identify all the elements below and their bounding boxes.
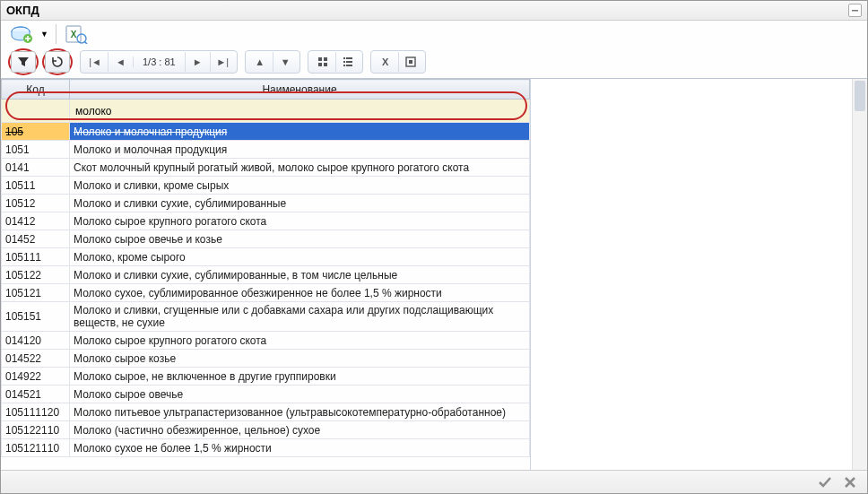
svg-line-7 bbox=[84, 41, 87, 44]
table-row[interactable]: 105121Молоко сухое, сублимированное обез… bbox=[2, 284, 530, 302]
cell-code: 014522 bbox=[2, 350, 70, 368]
svg-text:X: X bbox=[71, 30, 77, 39]
clear-button[interactable]: X bbox=[373, 52, 398, 72]
select-button[interactable] bbox=[398, 52, 423, 72]
refresh-button[interactable] bbox=[45, 51, 70, 73]
svg-rect-11 bbox=[324, 63, 327, 66]
cell-code: 1051 bbox=[2, 141, 70, 159]
detail-pane bbox=[530, 79, 867, 472]
pager: |◄ ◄ 1/3 : 81 ► ►| bbox=[80, 50, 238, 74]
table-row[interactable]: 01452Молоко сырое овечье и козье bbox=[2, 230, 530, 248]
app-window: ОКПД ▼ X bbox=[0, 0, 868, 494]
cell-code: 105 bbox=[2, 123, 70, 141]
cell-code: 01412 bbox=[2, 212, 70, 230]
col-code[interactable]: Код bbox=[2, 80, 70, 100]
cell-code: 014521 bbox=[2, 386, 70, 403]
cell-code: 01452 bbox=[2, 230, 70, 248]
excel-export-icon[interactable]: X bbox=[64, 23, 89, 45]
new-record-dropdown[interactable]: ▼ bbox=[40, 30, 48, 39]
cell-code: 0141 bbox=[2, 159, 70, 177]
svg-rect-10 bbox=[318, 63, 322, 66]
table-row[interactable]: 105121110Молоко сухое не более 1,5 % жир… bbox=[2, 439, 530, 457]
cell-name: Молоко сырое крупного рогатого скота bbox=[70, 332, 530, 350]
cell-code: 10511 bbox=[2, 177, 70, 195]
table-row[interactable]: 014522Молоко сырое козье bbox=[2, 350, 530, 368]
cell-code: 105151 bbox=[2, 302, 70, 332]
footer bbox=[1, 470, 867, 493]
cell-code: 014120 bbox=[2, 332, 70, 350]
cancel-button[interactable] bbox=[842, 474, 858, 490]
view-group bbox=[308, 50, 363, 74]
grid-view-button[interactable] bbox=[310, 52, 335, 72]
filter-button-circle bbox=[8, 48, 39, 75]
cell-name: Молоко сухое, сублимированное обезжиренн… bbox=[70, 284, 530, 302]
table-row[interactable]: 014120Молоко сырое крупного рогатого ско… bbox=[2, 332, 530, 350]
table-row[interactable]: 1051Молоко и молочная продукция bbox=[2, 141, 530, 159]
cell-name: Молоко питьевое ультрапастеризованное (у… bbox=[70, 403, 530, 421]
filter-button[interactable] bbox=[11, 51, 36, 73]
page-indicator: 1/3 : 81 bbox=[133, 56, 185, 67]
cell-name: Молоко и молочная продукция bbox=[70, 123, 530, 141]
vertical-scrollbar[interactable] bbox=[852, 79, 867, 472]
cell-name: Молоко сырое, не включенное в другие гру… bbox=[70, 368, 530, 386]
first-page-button[interactable]: |◄ bbox=[82, 52, 108, 72]
table-row[interactable]: 01412Молоко сырое крупного рогатого скот… bbox=[2, 212, 530, 230]
cell-name: Молоко и сливки, кроме сырых bbox=[70, 177, 530, 195]
header-row: Код Наименование bbox=[2, 80, 530, 100]
table-row[interactable]: 105122Молоко и сливки сухие, сублимирова… bbox=[2, 266, 530, 284]
cell-code: 105121110 bbox=[2, 439, 70, 457]
svg-rect-13 bbox=[346, 57, 352, 59]
table-row[interactable]: 105122110Молоко (частично обезжиренное, … bbox=[2, 421, 530, 439]
table-row[interactable]: 105151Молоко и сливки, сгущенные или с д… bbox=[2, 302, 530, 332]
svg-rect-0 bbox=[852, 10, 858, 12]
cell-name: Молоко (частично обезжиренное, цельное) … bbox=[70, 421, 530, 439]
filter-name-input[interactable] bbox=[70, 100, 529, 122]
prev-page-button[interactable]: ◄ bbox=[108, 52, 133, 72]
cell-name: Скот молочный крупный рогатый живой, мол… bbox=[70, 159, 530, 177]
window-title: ОКПД bbox=[6, 4, 39, 17]
table-row[interactable]: 10512Молоко и сливки сухие, сублимирован… bbox=[2, 195, 530, 212]
svg-rect-12 bbox=[343, 57, 345, 59]
content-area: Код Наименование 105Молоко и молочная пр… bbox=[1, 78, 867, 472]
list-view-button[interactable] bbox=[335, 52, 360, 72]
sort-desc-button[interactable]: ▼ bbox=[273, 52, 298, 72]
cell-code: 105122 bbox=[2, 266, 70, 284]
svg-rect-19 bbox=[409, 60, 412, 64]
table-row[interactable]: 105111120Молоко питьевое ультрапастеризо… bbox=[2, 403, 530, 421]
last-page-button[interactable]: ►| bbox=[210, 52, 235, 72]
svg-rect-16 bbox=[343, 65, 345, 66]
cell-name: Молоко и сливки сухие, сублимированные bbox=[70, 195, 530, 212]
cell-name: Молоко сырое овечье bbox=[70, 386, 530, 403]
cell-name: Молоко сырое овечье и козье bbox=[70, 230, 530, 248]
filter-code-input[interactable] bbox=[2, 100, 69, 122]
next-page-button[interactable]: ► bbox=[185, 52, 210, 72]
col-name[interactable]: Наименование bbox=[70, 80, 530, 100]
cell-name: Молоко сухое не более 1,5 % жирности bbox=[70, 439, 530, 457]
cell-name: Молоко сырое крупного рогатого скота bbox=[70, 212, 530, 230]
toolbar-separator bbox=[56, 24, 56, 44]
table-row[interactable]: 105111Молоко, кроме сырого bbox=[2, 248, 530, 266]
cell-name: Молоко сырое козье bbox=[70, 350, 530, 368]
misc-group: X bbox=[370, 50, 426, 74]
sort-group: ▲ ▼ bbox=[245, 50, 300, 74]
table-row[interactable]: 10511Молоко и сливки, кроме сырых bbox=[2, 177, 530, 195]
data-grid: Код Наименование 105Молоко и молочная пр… bbox=[1, 79, 530, 457]
nav-toolbar: |◄ ◄ 1/3 : 81 ► ►| ▲ ▼ X bbox=[1, 48, 867, 78]
cell-code: 105121 bbox=[2, 284, 70, 302]
table-row[interactable]: 0141Скот молочный крупный рогатый живой,… bbox=[2, 159, 530, 177]
grid-pane: Код Наименование 105Молоко и молочная пр… bbox=[1, 79, 530, 472]
refresh-button-circle bbox=[42, 48, 73, 75]
svg-rect-17 bbox=[346, 65, 352, 66]
scrollbar-thumb[interactable] bbox=[855, 81, 865, 111]
table-row[interactable]: 014521Молоко сырое овечье bbox=[2, 386, 530, 403]
collapse-button[interactable] bbox=[848, 4, 862, 17]
table-row[interactable]: 014922Молоко сырое, не включенное в друг… bbox=[2, 368, 530, 386]
main-toolbar: ▼ X bbox=[1, 21, 867, 48]
sort-asc-button[interactable]: ▲ bbox=[247, 52, 273, 72]
cell-code: 105122110 bbox=[2, 421, 70, 439]
new-record-icon[interactable] bbox=[10, 23, 35, 45]
table-row[interactable]: 105Молоко и молочная продукция bbox=[2, 123, 530, 141]
cell-name: Молоко и сливки, сгущенные или с добавка… bbox=[70, 302, 530, 332]
apply-button[interactable] bbox=[817, 474, 833, 490]
filter-row bbox=[2, 100, 530, 123]
